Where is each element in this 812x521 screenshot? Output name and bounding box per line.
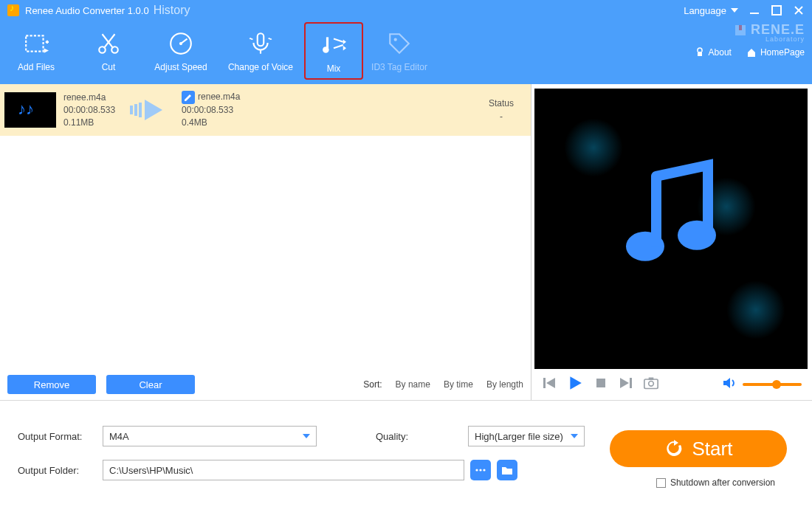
volume-slider[interactable] <box>743 383 802 386</box>
output-format-select[interactable]: M4A <box>103 426 317 446</box>
svg-rect-20 <box>130 106 133 114</box>
cut-button[interactable]: Cut <box>72 25 145 72</box>
mix-label: Mix <box>306 63 362 74</box>
svg-marker-15 <box>343 40 346 44</box>
svg-rect-13 <box>258 33 264 46</box>
svg-rect-0 <box>750 13 759 14</box>
svg-point-17 <box>394 38 397 41</box>
volume-knob[interactable] <box>772 380 781 389</box>
output-format-value: M4A <box>109 431 129 442</box>
homepage-link[interactable]: HomePage <box>746 47 805 58</box>
music-note-icon <box>605 154 737 290</box>
source-duration: 00:00:08.533 <box>63 104 115 117</box>
svg-rect-26 <box>543 378 546 388</box>
about-link[interactable]: About <box>695 47 732 58</box>
more-button[interactable] <box>470 460 491 480</box>
history-link[interactable]: History <box>154 4 190 17</box>
quality-label: Quality: <box>376 431 461 442</box>
svg-line-8 <box>104 34 115 48</box>
microphone-icon <box>217 30 304 58</box>
file-list: renee.m4a 00:00:08.533 0.11MB renee.m4a … <box>0 84 531 369</box>
close-button[interactable] <box>793 5 805 15</box>
preview-area <box>534 89 808 369</box>
svg-point-37 <box>479 469 481 471</box>
quality-select[interactable]: High(Larger file size) <box>468 426 585 446</box>
gauge-icon <box>145 30 217 58</box>
svg-rect-4 <box>26 35 43 51</box>
stop-button[interactable] <box>593 376 608 393</box>
next-button[interactable] <box>619 376 633 393</box>
dest-duration: 00:00:08.533 <box>182 104 240 117</box>
id3-editor-button[interactable]: ID3 Tag Editor <box>363 25 436 72</box>
start-button[interactable]: Start <box>610 430 787 467</box>
svg-rect-34 <box>649 378 654 380</box>
output-folder-label: Output Folder: <box>18 465 103 476</box>
svg-marker-23 <box>145 100 162 120</box>
play-button[interactable] <box>567 375 583 394</box>
svg-point-14 <box>323 46 329 53</box>
shutdown-label: Shutdown after conversion <box>670 477 775 488</box>
chevron-down-icon <box>303 434 310 438</box>
source-filename: renee.m4a <box>63 92 115 104</box>
svg-point-12 <box>179 42 182 45</box>
svg-marker-28 <box>570 376 581 390</box>
tag-icon <box>363 30 436 58</box>
svg-rect-1 <box>772 6 781 15</box>
change-voice-button[interactable]: Change of Voice <box>217 25 304 72</box>
snapshot-button[interactable] <box>644 376 658 393</box>
svg-marker-31 <box>620 378 629 388</box>
adjust-speed-button[interactable]: Adjust Speed <box>145 25 217 72</box>
app-logo-icon <box>7 4 19 16</box>
sort-by-time[interactable]: By time <box>444 379 473 390</box>
svg-rect-22 <box>139 103 142 117</box>
status-header: Status <box>472 98 531 108</box>
svg-point-25 <box>678 221 716 250</box>
svg-marker-35 <box>723 378 730 388</box>
convert-arrow-icon <box>115 100 182 120</box>
brand-sub: Laboratory <box>765 35 805 43</box>
svg-marker-27 <box>546 378 555 388</box>
output-format-label: Output Format: <box>18 431 103 442</box>
cut-label: Cut <box>72 62 145 72</box>
prev-button[interactable] <box>542 376 557 393</box>
dropdown-icon <box>731 8 738 13</box>
svg-point-38 <box>483 469 485 471</box>
svg-rect-29 <box>596 379 605 387</box>
dest-size: 0.4MB <box>182 117 240 129</box>
language-label: Language <box>684 5 726 16</box>
maximize-button[interactable] <box>771 5 782 15</box>
mix-button[interactable]: Mix <box>304 22 363 80</box>
svg-point-33 <box>649 382 654 387</box>
source-file-info: renee.m4a 00:00:08.533 0.11MB <box>63 92 115 129</box>
adjust-speed-label: Adjust Speed <box>145 62 217 72</box>
edit-icon[interactable] <box>182 91 195 104</box>
browse-folder-button[interactable] <box>497 460 517 480</box>
volume-icon[interactable] <box>722 376 737 393</box>
add-files-button[interactable]: Add Files <box>0 25 72 72</box>
refresh-icon <box>664 439 684 458</box>
sort-by-length[interactable]: By length <box>486 379 523 390</box>
file-row[interactable]: renee.m4a 00:00:08.533 0.11MB renee.m4a … <box>0 84 531 136</box>
add-files-label: Add Files <box>0 62 72 72</box>
svg-marker-5 <box>44 48 49 52</box>
output-folder-value: C:\Users\HP\Music\ <box>109 465 193 476</box>
language-menu[interactable]: Language <box>684 5 738 16</box>
dest-file-info: renee.m4a 00:00:08.533 0.4MB <box>182 91 240 129</box>
svg-rect-21 <box>134 104 137 116</box>
sort-by-name[interactable]: By name <box>396 379 430 390</box>
app-title: Renee Audio Converter 1.0.0 <box>25 5 149 16</box>
source-size: 0.11MB <box>63 117 115 129</box>
clear-button[interactable]: Clear <box>106 375 195 394</box>
brand-area: RENE.E Laboratory About HomePage <box>695 22 805 58</box>
output-folder-input[interactable]: C:\Users\HP\Music\ <box>103 460 464 480</box>
film-plus-icon <box>0 30 72 58</box>
svg-marker-16 <box>343 46 346 50</box>
change-voice-label: Change of Voice <box>217 62 304 72</box>
shutdown-checkbox[interactable] <box>656 478 666 488</box>
minimize-button[interactable] <box>749 5 760 15</box>
svg-rect-30 <box>630 378 632 388</box>
scissors-icon <box>72 30 145 58</box>
quality-value: High(Larger file size) <box>475 431 563 442</box>
svg-point-36 <box>475 469 478 471</box>
remove-button[interactable]: Remove <box>7 375 96 394</box>
